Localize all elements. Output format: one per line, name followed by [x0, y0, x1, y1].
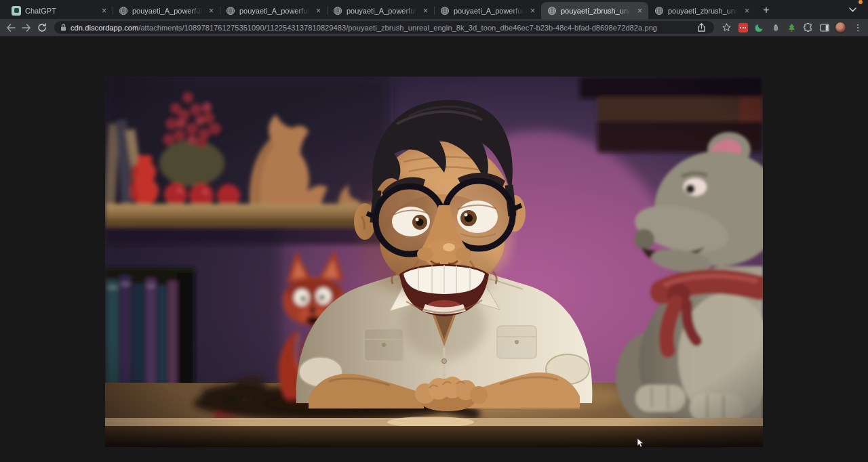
address-bar[interactable]: cdn.discordapp.com/attachments/108978176… — [54, 21, 714, 34]
url-path: /attachments/1089781761275351090/1122543… — [138, 24, 657, 32]
tab-title: pouyaeti_A_powerful_modern — [239, 7, 309, 15]
new-tab-button[interactable]: + — [758, 2, 774, 18]
tab-discord-image-3[interactable]: pouyaeti_A_powerful_modern × — [327, 2, 434, 19]
forward-button[interactable] — [20, 22, 33, 34]
tab-close-icon[interactable]: × — [206, 5, 216, 16]
globe-favicon — [547, 6, 557, 16]
reload-button[interactable] — [36, 22, 48, 34]
tab-discord-image-2[interactable]: pouyaeti_A_powerful_modern × — [220, 2, 327, 19]
browser-window: ChatGPT × pouyaeti_A_powerful_modern × p… — [0, 0, 868, 462]
tab-close-icon[interactable]: × — [635, 5, 645, 16]
tab-discord-image-1[interactable]: pouyaeti_A_powerful_modern × — [113, 2, 220, 19]
tab-strip: ChatGPT × pouyaeti_A_powerful_modern × p… — [0, 0, 868, 19]
tab-search-chevron[interactable] — [845, 2, 860, 17]
tab-discord-image-5[interactable]: pouyaeti_zbrush_unreal_engin × — [648, 2, 755, 19]
chevron-down-icon — [849, 7, 856, 12]
tab-close-icon[interactable]: × — [528, 5, 538, 16]
globe-favicon — [226, 6, 235, 16]
image-content — [105, 77, 763, 447]
tab-discord-image-active[interactable]: pouyaeti_zbrush_unreal_engin × — [541, 2, 648, 19]
tab-discord-image-4[interactable]: pouyaeti_A_powerful_modern × — [434, 2, 541, 19]
viewed-image[interactable] — [105, 77, 763, 447]
dark-mode-moon-icon[interactable] — [753, 21, 766, 34]
update-available-dot — [859, 0, 863, 4]
page-content — [0, 37, 868, 462]
tab-close-icon[interactable]: × — [742, 5, 752, 16]
vignette — [105, 77, 763, 447]
chatgpt-favicon — [12, 6, 21, 16]
tab-title: pouyaeti_A_powerful_modern — [347, 7, 416, 15]
lock-icon[interactable] — [60, 24, 66, 31]
globe-favicon — [119, 6, 128, 16]
side-panel-icon[interactable] — [818, 21, 831, 34]
tree-extension-icon[interactable] — [785, 21, 798, 34]
url-text: cdn.discordapp.com/attachments/108978176… — [71, 24, 691, 32]
globe-favicon — [440, 6, 450, 16]
tab-close-icon[interactable]: × — [420, 5, 431, 16]
bookmark-star-icon[interactable] — [720, 21, 733, 34]
tab-close-icon[interactable]: × — [313, 5, 323, 16]
profile-avatar[interactable] — [834, 21, 847, 34]
url-domain: cdn.discordapp.com — [71, 24, 138, 32]
globe-favicon — [333, 6, 342, 16]
tab-close-icon[interactable]: × — [99, 5, 109, 16]
tab-title: pouyaeti_zbrush_unreal_engin — [668, 7, 738, 15]
tab-title: ChatGPT — [25, 7, 95, 15]
share-icon[interactable] — [695, 21, 708, 34]
tab-chatgpt[interactable]: ChatGPT × — [5, 2, 113, 19]
tab-title: pouyaeti_A_powerful_modern — [132, 7, 202, 15]
puzzle-extensions-icon[interactable] — [802, 21, 814, 34]
extension-red-icon[interactable] — [736, 21, 749, 34]
tab-title: pouyaeti_zbrush_unreal_engin — [561, 7, 631, 15]
globe-favicon — [654, 6, 664, 16]
menu-dots-icon[interactable]: ⋮ — [850, 21, 863, 34]
back-button[interactable] — [5, 22, 17, 34]
gray-extension-icon[interactable] — [769, 21, 782, 34]
navigation-toolbar: cdn.discordapp.com/attachments/108978176… — [0, 19, 868, 37]
tab-title: pouyaeti_A_powerful_modern — [454, 7, 524, 15]
